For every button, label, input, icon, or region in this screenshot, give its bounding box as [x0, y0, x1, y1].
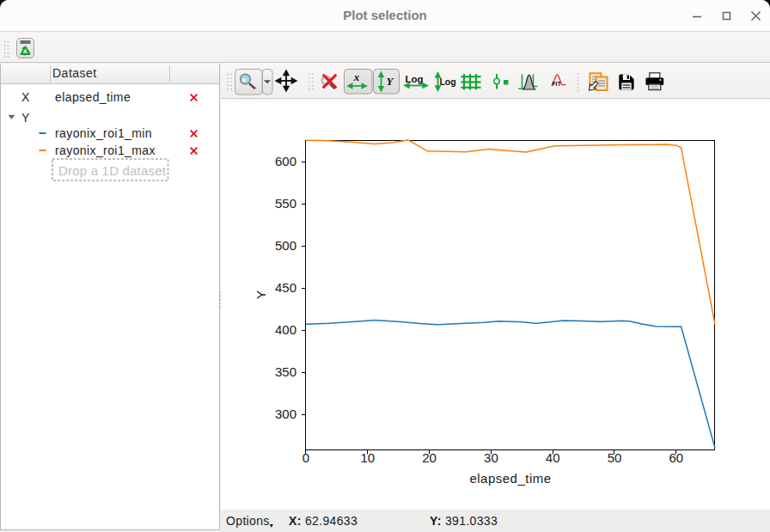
svg-text:10: 10 — [360, 450, 375, 465]
svg-text:400: 400 — [275, 322, 296, 337]
svg-text:60: 60 — [669, 450, 683, 465]
svg-text:600: 600 — [275, 154, 296, 168]
svg-text:Drop a 1D dataset: Drop a 1D dataset — [58, 163, 167, 178]
svg-text:350: 350 — [275, 364, 296, 379]
svg-text:FIT: FIT — [552, 81, 561, 87]
svg-text:550: 550 — [275, 196, 296, 211]
svg-text:Y: Y — [254, 290, 268, 299]
svg-text:0: 0 — [302, 450, 309, 465]
svg-text:Log: Log — [439, 76, 455, 87]
svg-text:500: 500 — [275, 238, 296, 253]
svg-text:Y: Y — [387, 75, 394, 88]
svg-text:450: 450 — [275, 280, 296, 295]
svg-text:30: 30 — [484, 450, 498, 465]
svg-text:x: x — [353, 70, 360, 83]
svg-text:elapsed_time: elapsed_time — [469, 471, 551, 486]
svg-text:300: 300 — [275, 407, 296, 421]
svg-text:50: 50 — [608, 450, 622, 465]
svg-text:20: 20 — [422, 450, 437, 465]
svg-text:Log: Log — [405, 74, 423, 84]
svg-text:40: 40 — [546, 450, 560, 465]
